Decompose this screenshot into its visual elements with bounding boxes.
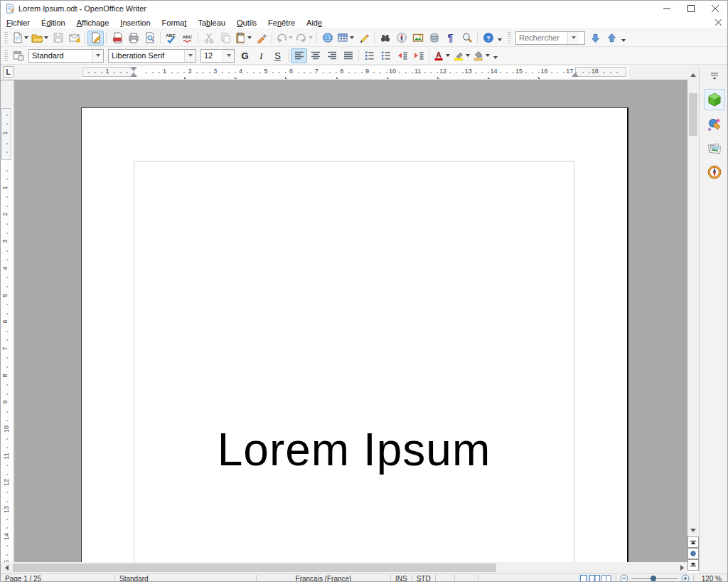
minimize-button[interactable] — [655, 1, 679, 16]
font-color-dropdown[interactable] — [446, 54, 450, 57]
autospellcheck-button[interactable]: ABC — [179, 31, 196, 46]
paste-dropdown[interactable] — [247, 36, 252, 39]
background-color-button[interactable] — [471, 48, 491, 63]
search-overflow-dropdown[interactable] — [621, 39, 626, 42]
find-next-button[interactable] — [587, 31, 604, 46]
decrease-indent-button[interactable] — [394, 48, 410, 63]
scroll-up-button[interactable] — [687, 69, 699, 80]
print-preview-button[interactable] — [141, 31, 158, 46]
highlighting-dropdown[interactable] — [466, 54, 470, 57]
font-color-button[interactable]: A — [432, 48, 451, 63]
zoom-slider-thumb[interactable] — [651, 576, 656, 581]
menu-aide[interactable]: Aide — [301, 18, 328, 28]
hyperlink-button[interactable] — [319, 31, 336, 46]
find-replace-button[interactable] — [377, 31, 393, 46]
sidebar-settings-button[interactable] — [707, 70, 722, 82]
next-page-button[interactable] — [687, 559, 699, 571]
toolbar-overflow-dropdown[interactable] — [498, 38, 502, 41]
status-page-style[interactable]: Standard — [115, 575, 256, 582]
formatting-overflow-dropdown[interactable] — [493, 56, 498, 59]
status-zoom-level[interactable]: 120 % — [697, 575, 728, 582]
zoom-out-button[interactable] — [620, 574, 628, 582]
table-dropdown[interactable] — [350, 36, 354, 39]
menu-fichier[interactable]: Fichier — [1, 18, 36, 28]
help-button[interactable]: ? — [480, 31, 496, 46]
edit-mode-button[interactable] — [87, 31, 104, 46]
horizontal-scrollbar[interactable] — [1, 562, 687, 573]
align-justify-button[interactable] — [340, 48, 356, 63]
font-name-combobox[interactable]: Liberation Serif — [108, 49, 196, 63]
send-email-button[interactable] — [66, 31, 82, 46]
spellcheck-button[interactable]: ABC — [163, 31, 179, 46]
toolbar-grip[interactable] — [4, 32, 8, 43]
export-pdf-button[interactable] — [109, 31, 125, 46]
menu-affichage[interactable]: Affichage — [71, 18, 115, 28]
search-dropdown-button[interactable] — [567, 32, 579, 44]
formatting-marks-button[interactable]: ¶ — [442, 31, 459, 46]
search-input[interactable] — [516, 32, 567, 44]
new-document-button[interactable] — [10, 31, 30, 46]
status-insert-mode[interactable]: INS — [391, 575, 412, 582]
sidebar-tab-navigator[interactable] — [704, 162, 725, 183]
align-left-button[interactable] — [291, 48, 307, 63]
bullet-list-button[interactable] — [378, 48, 394, 63]
close-button[interactable] — [703, 1, 727, 16]
horizontal-scroll-thumb[interactable] — [13, 564, 496, 572]
maximize-button[interactable] — [679, 1, 703, 16]
background-color-dropdown[interactable] — [486, 54, 490, 57]
status-page-number[interactable]: Page 1 / 25 — [1, 575, 114, 582]
print-button[interactable] — [125, 31, 141, 46]
numbered-list-button[interactable] — [361, 48, 378, 63]
scroll-down-button[interactable] — [687, 524, 699, 536]
styles-panel-button[interactable] — [10, 48, 26, 63]
navigator-button[interactable] — [393, 31, 410, 46]
multi-page-view-button[interactable] — [589, 574, 601, 582]
first-line-indent-marker[interactable] — [130, 67, 137, 71]
align-center-button[interactable] — [307, 48, 323, 63]
zoom-in-button[interactable] — [681, 574, 690, 582]
insert-table-button[interactable] — [336, 31, 355, 46]
font-size-dropdown[interactable] — [223, 50, 234, 62]
vertical-scroll-thumb[interactable] — [689, 93, 697, 136]
bold-button[interactable]: G — [237, 48, 253, 63]
paragraph-style-combobox[interactable]: Standard — [28, 49, 104, 63]
left-indent-marker[interactable] — [130, 73, 137, 77]
paste-button[interactable] — [233, 31, 253, 46]
search-toolbar-grip[interactable] — [508, 32, 511, 43]
italic-button[interactable]: I — [253, 48, 269, 63]
menu-dition[interactable]: Édition — [36, 18, 71, 28]
open-dropdown[interactable] — [44, 36, 48, 39]
document-heading[interactable]: Lorem Ipsum — [134, 423, 574, 476]
highlighting-button[interactable] — [451, 48, 471, 63]
menu-fentre[interactable]: Fenêtre — [262, 18, 301, 28]
document-page[interactable]: Lorem Ipsum — [81, 107, 628, 562]
menu-insertion[interactable]: Insertion — [114, 18, 156, 28]
vertical-scrollbar[interactable] — [687, 69, 699, 536]
align-right-button[interactable] — [323, 48, 340, 63]
status-selection-mode[interactable]: STD — [412, 575, 435, 582]
open-button[interactable] — [30, 31, 50, 46]
scroll-right-button[interactable] — [676, 562, 687, 573]
navigate-by-button[interactable] — [687, 548, 699, 559]
sidebar-tab-properties[interactable] — [704, 89, 725, 110]
close-document-button[interactable] — [715, 18, 722, 27]
scroll-left-button[interactable] — [1, 562, 12, 573]
increase-indent-button[interactable] — [410, 48, 427, 63]
data-sources-button[interactable] — [426, 31, 442, 46]
find-previous-button[interactable] — [604, 31, 620, 46]
single-page-view-button[interactable] — [578, 574, 589, 582]
paragraph-style-dropdown[interactable] — [92, 50, 103, 62]
menu-format[interactable]: Format — [156, 18, 193, 28]
gallery-button[interactable] — [410, 31, 426, 46]
toolbar-grip[interactable] — [4, 50, 8, 61]
font-name-dropdown[interactable] — [184, 50, 196, 62]
underline-button[interactable]: S — [269, 48, 286, 63]
tab-type-selector[interactable]: L — [3, 66, 14, 78]
menu-outils[interactable]: Outils — [231, 18, 262, 28]
book-view-button[interactable] — [601, 574, 612, 582]
sidebar-tab-styles[interactable] — [704, 113, 725, 134]
status-language[interactable]: Français (France) — [257, 575, 390, 582]
sidebar-tab-gallery[interactable] — [704, 137, 725, 159]
format-paintbrush-button[interactable] — [253, 31, 269, 46]
zoom-slider[interactable] — [631, 574, 678, 582]
